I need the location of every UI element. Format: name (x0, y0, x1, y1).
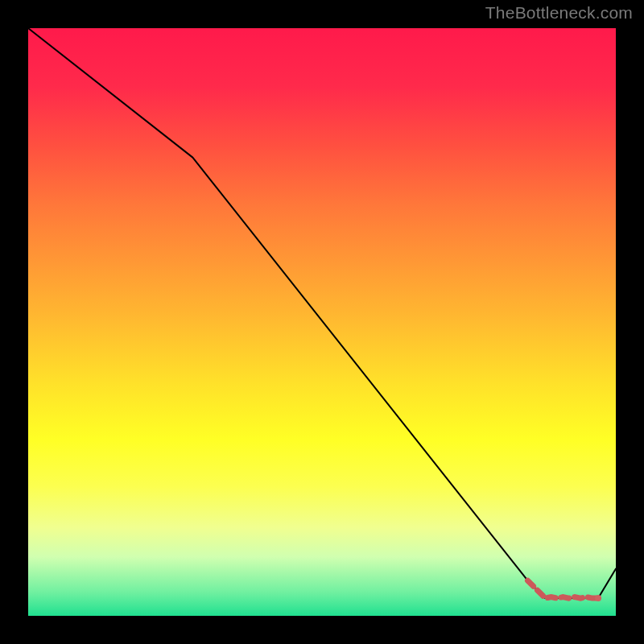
chart-container: TheBottleneck.com (0, 0, 644, 644)
curve-layer (28, 28, 616, 616)
svg-point-0 (595, 595, 601, 601)
plot-area (28, 28, 616, 616)
watermark-text: TheBottleneck.com (485, 3, 633, 23)
marker-band (528, 580, 602, 601)
bottleneck-curve (28, 28, 616, 598)
